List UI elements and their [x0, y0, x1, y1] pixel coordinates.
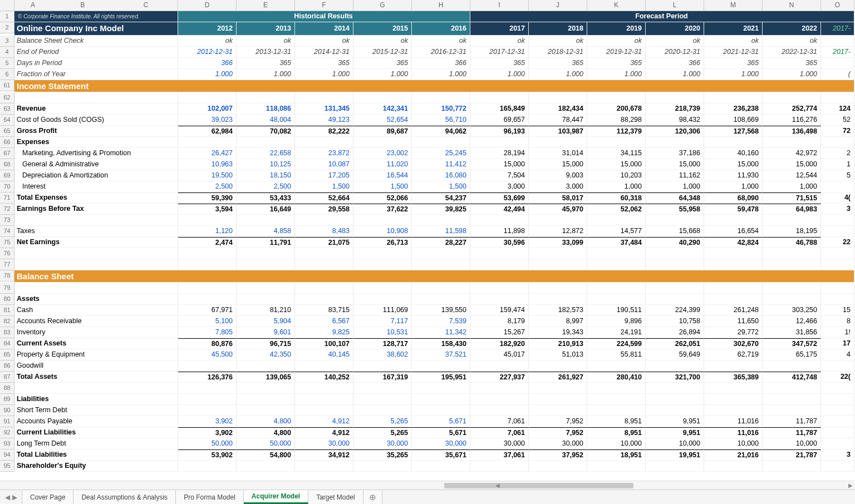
cell-ltd-o[interactable] — [821, 438, 854, 449]
col-headers-abc[interactable]: ABC — [14, 0, 178, 11]
cell-ap-0[interactable]: 3,902 — [178, 416, 237, 427]
cell-bsc-7[interactable]: ok — [587, 36, 646, 47]
pad-80-7[interactable] — [587, 294, 646, 305]
row-header-63[interactable]: 63 — [0, 103, 14, 115]
cell-ta-3[interactable]: 167,319 — [353, 372, 412, 383]
blank-73-3[interactable] — [353, 215, 412, 226]
cell-frac-10[interactable]: 1.000 — [763, 69, 821, 80]
cell-tax-9[interactable]: 16,654 — [704, 226, 763, 237]
cell-ta-7[interactable]: 280,410 — [587, 372, 646, 383]
cell-gp-o[interactable]: 72 — [821, 126, 854, 137]
row-header-77[interactable]: 77 — [0, 259, 14, 270]
cell-gw-3[interactable] — [353, 360, 412, 372]
blank-62-10[interactable] — [763, 92, 821, 103]
pad-80-1[interactable] — [237, 294, 295, 305]
cell-tax-7[interactable]: 14,577 — [587, 226, 646, 237]
pad-95-7[interactable] — [587, 461, 646, 472]
cell-ga-1[interactable]: 10,125 — [237, 159, 295, 170]
cell-da-6[interactable]: 9,003 — [529, 170, 587, 181]
select-all[interactable] — [0, 0, 14, 11]
blank-88-7[interactable] — [587, 383, 646, 394]
row-header-6[interactable]: 6 — [0, 69, 14, 80]
cell-rev-9[interactable]: 236,238 — [704, 103, 763, 115]
cell-std-1[interactable] — [237, 405, 295, 416]
cell-std-6[interactable] — [529, 405, 587, 416]
pad-89-2[interactable] — [295, 394, 353, 405]
cell-ar-0[interactable]: 5,100 — [178, 316, 237, 327]
cell-inv-3[interactable]: 10,531 — [353, 327, 412, 338]
pad-66-8[interactable] — [646, 137, 704, 148]
cell-tax-4[interactable]: 11,598 — [412, 226, 470, 237]
cell-days-5[interactable]: 365 — [470, 58, 529, 69]
cell-ga-6[interactable]: 15,000 — [529, 159, 587, 170]
blank-88-1[interactable] — [237, 383, 295, 394]
blank-79-2[interactable] — [295, 283, 353, 294]
pad-95-3[interactable] — [353, 461, 412, 472]
cell-texp-1[interactable]: 53,433 — [237, 192, 295, 204]
pad-89-10[interactable] — [763, 394, 821, 405]
cell-tl-o[interactable]: 3 — [821, 449, 854, 461]
cell-ca-1[interactable]: 96,715 — [237, 338, 295, 349]
cell-net-6[interactable]: 33,099 — [529, 237, 587, 248]
year-2014[interactable]: 2014 — [295, 22, 353, 36]
row-header-69[interactable]: 69 — [0, 170, 14, 181]
cell-ca-o[interactable]: 17 — [821, 338, 854, 349]
cell-pe-4[interactable]: 37,521 — [412, 349, 470, 360]
pad-80-9[interactable] — [704, 294, 763, 305]
cell-texp-5[interactable]: 53,699 — [470, 192, 529, 204]
cell-frac-8[interactable]: 1.000 — [646, 69, 704, 80]
cell-gp-6[interactable]: 103,987 — [529, 126, 587, 137]
row-header-83[interactable]: 83 — [0, 327, 14, 338]
cell-bsc-10[interactable]: ok — [763, 36, 821, 47]
cell-ebt-o[interactable]: 3 — [821, 204, 854, 215]
cell-cogs-10[interactable]: 116,276 — [763, 115, 821, 126]
blank-73-11[interactable] — [821, 215, 854, 226]
cell-ar-o[interactable]: 8 — [821, 316, 854, 327]
cell-eop-4[interactable]: 2016-12-31 — [412, 47, 470, 58]
row-header-88[interactable]: 88 — [0, 383, 14, 394]
cell-ap-4[interactable]: 5,671 — [412, 416, 470, 427]
pad-89-4[interactable] — [412, 394, 470, 405]
cell-cash-1[interactable]: 81,210 — [237, 305, 295, 316]
pad-66-11[interactable] — [821, 137, 854, 148]
cell-cogs-o[interactable]: 52 — [821, 115, 854, 126]
pad-89-5[interactable] — [470, 394, 529, 405]
row-header-85[interactable]: 85 — [0, 349, 14, 360]
row-header-71[interactable]: 71 — [0, 192, 14, 204]
pad-89-11[interactable] — [821, 394, 854, 405]
cell-texp-8[interactable]: 64,348 — [646, 192, 704, 204]
blank-88-4[interactable] — [412, 383, 470, 394]
cell-ga-3[interactable]: 11,020 — [353, 159, 412, 170]
blank-73-9[interactable] — [704, 215, 763, 226]
cell-inv-4[interactable]: 11,342 — [412, 327, 470, 338]
cell-rev-6[interactable]: 182,434 — [529, 103, 587, 115]
cell-rev-3[interactable]: 142,341 — [353, 103, 412, 115]
row-header-90[interactable]: 90 — [0, 405, 14, 416]
cell-eop-0[interactable]: 2012-12-31 — [178, 47, 237, 58]
row-header-86[interactable]: 86 — [0, 360, 14, 372]
cell-ca-10[interactable]: 347,572 — [763, 338, 821, 349]
cell-eop-5[interactable]: 2017-12-31 — [470, 47, 529, 58]
cell-da-7[interactable]: 10,203 — [587, 170, 646, 181]
blank-73-10[interactable] — [763, 215, 821, 226]
row-header-94[interactable]: 94 — [0, 449, 14, 461]
cell-ar-1[interactable]: 5,904 — [237, 316, 295, 327]
blank-62-6[interactable] — [529, 92, 587, 103]
cell-ta-0[interactable]: 126,376 — [178, 372, 237, 383]
cell-gp-9[interactable]: 127,568 — [704, 126, 763, 137]
cell-net-7[interactable]: 37,484 — [587, 237, 646, 248]
cell-da-4[interactable]: 16,080 — [412, 170, 470, 181]
row-header-4[interactable]: 4 — [0, 47, 14, 58]
cell-cash-o[interactable]: 15 — [821, 305, 854, 316]
row-header-62[interactable]: 62 — [0, 92, 14, 103]
blank-88-6[interactable] — [529, 383, 587, 394]
pad-95-1[interactable] — [237, 461, 295, 472]
cell-da-2[interactable]: 17,205 — [295, 170, 353, 181]
cell-ebt-0[interactable]: 3,594 — [178, 204, 237, 215]
blank-77-2[interactable] — [295, 259, 353, 270]
cell-cl-1[interactable]: 4,800 — [237, 427, 295, 438]
cell-ga-10[interactable]: 15,000 — [763, 159, 821, 170]
row-header-65[interactable]: 65 — [0, 126, 14, 137]
cell-ar-6[interactable]: 8,997 — [529, 316, 587, 327]
cell-bsc-3[interactable]: ok — [353, 36, 412, 47]
